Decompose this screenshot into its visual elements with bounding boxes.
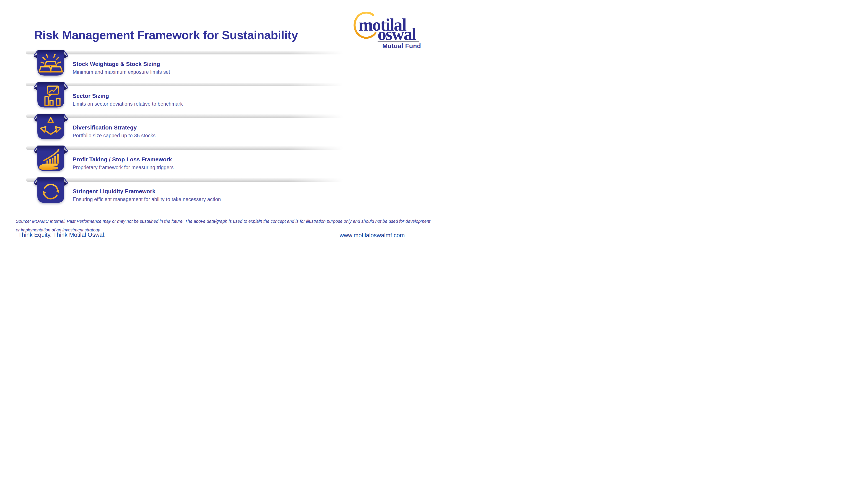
row-subtitle: Proprietary framework for measuring trig… <box>73 165 174 170</box>
row-subtitle: Limits on sector deviations relative to … <box>73 101 183 107</box>
row-subtitle: Minimum and maximum exposure limits set <box>73 69 170 75</box>
row-title: Profit Taking / Stop Loss Framework <box>73 156 172 163</box>
divider-line <box>26 178 346 182</box>
row-subtitle: Portfolio size capped up to 35 stocks <box>73 133 156 139</box>
page-title: Risk Management Framework for Sustainabi… <box>34 28 298 42</box>
logo-divider <box>378 41 419 42</box>
ribbon-tile <box>34 49 68 76</box>
disclaimer-line-1: Source: MOAMC Internal. Past Performance… <box>16 217 430 226</box>
divider-line <box>26 114 346 118</box>
divider-line <box>26 83 346 86</box>
divider-line <box>26 146 346 150</box>
divider-line <box>26 51 346 55</box>
ribbon-tile <box>34 176 68 204</box>
row-title: Stringent Liquidity Framework <box>73 188 155 195</box>
slide: Risk Management Framework for Sustainabi… <box>0 0 434 244</box>
ribbon-tile <box>34 81 68 108</box>
row-subtitle: Ensuring efficient management for abilit… <box>73 196 221 202</box>
row-title: Diversification Strategy <box>73 124 137 131</box>
row-title: Sector Sizing <box>73 93 109 99</box>
website-url: www.motilaloswalmf.com <box>340 232 405 239</box>
logo-tagline: Mutual Fund <box>382 42 421 50</box>
logo-word-oswal: oswal <box>378 25 416 43</box>
ribbon-tile <box>34 112 68 140</box>
brand-tagline: Think Equity. Think Motilal Oswal. <box>18 232 106 238</box>
ribbon-tile <box>34 144 68 172</box>
row-title: Stock Weightage & Stock Sizing <box>73 61 160 67</box>
